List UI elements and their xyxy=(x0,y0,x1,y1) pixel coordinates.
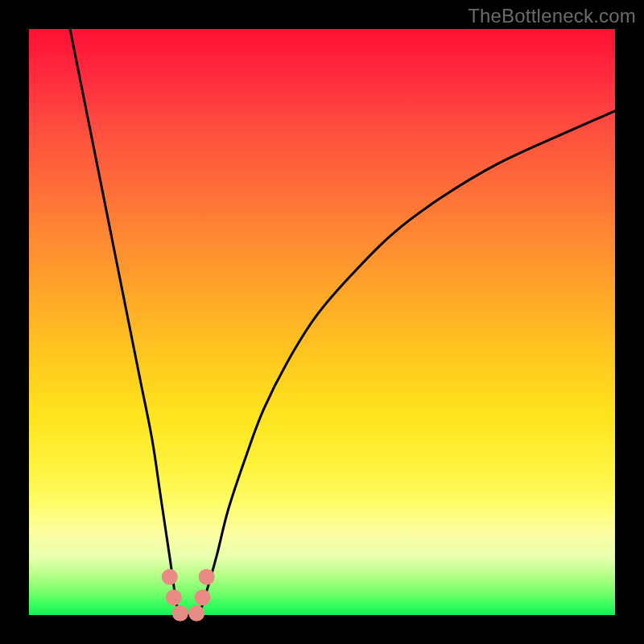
curve-left-branch xyxy=(70,29,179,615)
curve-markers xyxy=(162,569,215,621)
chart-outer-frame: TheBottleneck.com xyxy=(0,0,644,644)
marker-m2 xyxy=(166,589,182,605)
marker-m1 xyxy=(162,569,178,585)
chart-svg xyxy=(29,29,615,615)
plot-area xyxy=(29,29,615,615)
marker-m4 xyxy=(188,605,204,621)
watermark-text: TheBottleneck.com xyxy=(468,5,636,27)
curve-right-branch xyxy=(199,111,615,615)
marker-m6 xyxy=(199,569,215,585)
marker-m3 xyxy=(172,605,188,621)
marker-m5 xyxy=(194,589,210,605)
